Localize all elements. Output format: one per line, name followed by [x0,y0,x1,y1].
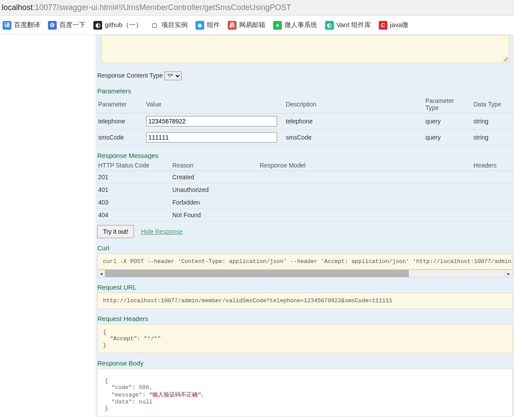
param-datatype: string [471,130,514,146]
th-headers: Headers [471,160,514,171]
response-messages-table: HTTP Status Code Reason Response Model H… [96,160,514,222]
request-url-title: Request URL [96,283,514,291]
bookmark-label: github（一） [105,21,142,29]
th-status-code: HTTP Status Code [96,160,170,171]
bookmark-item[interactable]: Cjava微 [379,21,409,30]
bookmarks-bar: 译百度翻译⚙百度一下◐github（一）▢项目实例◆组件易网易邮箱●微人事系统◐… [0,16,514,35]
table-row: 403Forbidden [96,196,514,209]
param-description: telephone [283,113,423,130]
param-type: query [423,113,471,130]
table-row: 404Not Found [96,209,514,222]
param-description: smsCode [283,130,423,146]
scrollbar-thumb[interactable] [105,270,409,277]
resize-grip-icon[interactable] [504,57,508,61]
response-body-title: Response Body [96,359,514,367]
response-content-type-select[interactable]: */* [164,72,182,80]
parameters-table: Parameter Value Description Parameter Ty… [96,96,514,146]
th-description: Description [283,96,423,113]
bookmark-label: 组件 [207,21,220,29]
bookmark-icon: ◐ [93,21,102,30]
response-content-type-row: Response Content Type */* [96,71,514,81]
bookmark-icon: ◆ [195,21,204,30]
bookmark-label: 网易邮箱 [239,21,265,29]
status-code: 403 [96,196,170,209]
param-datatype: string [471,113,514,130]
address-host: localhost [2,3,33,12]
status-reason: Unauthorized [170,184,257,196]
status-code: 201 [96,171,170,184]
bookmark-label: 项目实例 [161,21,188,29]
bookmark-item[interactable]: ▢项目实例 [150,21,188,30]
curl-horizontal-scrollbar[interactable]: ◄ ► [97,270,513,277]
curl-command-block: curl -X POST --header 'Content-Type: app… [97,253,513,270]
request-url-block: http://localhost:10077/admin/member/vali… [97,293,513,309]
status-reason: Created [170,171,257,184]
bookmark-label: 百度翻译 [14,21,40,29]
th-response-model: Response Model [257,160,471,171]
model-textarea[interactable] [101,35,509,63]
th-reason: Reason [170,160,257,171]
bookmark-label: java微 [390,21,409,29]
bookmark-item[interactable]: 译百度翻译 [3,21,40,30]
response-body-block: { "code": 500, "message": "输入验证码不正确", "d… [97,369,513,417]
bookmark-icon: 译 [3,21,11,30]
param-type: query [423,130,471,146]
th-param-type: Parameter Type [423,96,471,113]
th-data-type: Data Type [471,96,514,113]
param-value-input[interactable] [146,132,277,143]
address-path: :10077/swagger-ui.html#!/UmsMemberContro… [33,3,291,12]
parameters-title: Parameters [96,87,514,95]
action-row: Try it out! Hide Response [97,225,514,238]
bookmark-item[interactable]: ◐Vant 组件库 [325,21,371,30]
status-reason: Forbidden [170,196,257,209]
status-reason: Not Found [170,209,257,222]
request-headers-title: Request Headers [96,315,514,322]
bookmark-item[interactable]: ⚙百度一下 [48,21,86,30]
bookmark-icon: ◐ [325,21,334,30]
scroll-left-arrow-icon[interactable]: ◄ [97,270,105,277]
bookmark-icon: C [379,21,387,30]
bookmark-item[interactable]: 易网易邮箱 [228,21,265,30]
table-row: smsCodesmsCodequerystring [96,130,514,146]
bookmark-label: 微人事系统 [284,21,317,29]
bookmark-label: 百度一下 [59,21,86,29]
request-headers-block: { "Accept": "*/*" } [97,324,513,353]
param-name: telephone [96,113,144,130]
th-parameter: Parameter [96,96,144,113]
table-row: 401Unauthorized [96,184,514,196]
bookmark-item[interactable]: ◆组件 [195,21,220,30]
table-row: 201Created [96,171,514,184]
bookmark-item[interactable]: ◐github（一） [93,21,142,30]
bookmark-icon: ⚙ [48,21,57,30]
response-messages-title: Response Messages [96,152,514,159]
status-code: 401 [96,184,170,196]
status-code: 404 [96,209,170,222]
param-value-input[interactable] [146,116,277,126]
response-content-type-label: Response Content Type [97,72,163,79]
th-value: Value [144,96,283,113]
page-body: Response Content Type */* Parameters Par… [0,35,514,417]
bookmark-label: Vant 组件库 [336,21,371,29]
bookmark-icon: ● [273,21,282,30]
bookmark-icon: 易 [228,21,236,30]
scrollbar-track[interactable] [105,270,505,277]
swagger-panel: Response Content Type */* Parameters Par… [96,35,514,417]
hide-response-link[interactable]: Hide Response [141,228,183,235]
bookmark-item[interactable]: ●微人事系统 [273,21,317,30]
table-row: telephonetelephonequerystring [96,113,514,130]
scroll-right-arrow-icon[interactable]: ► [505,270,513,277]
param-name: smsCode [96,130,144,146]
curl-title: Curl [96,244,514,252]
browser-address-bar[interactable]: localhost:10077/swagger-ui.html#!/UmsMem… [0,0,514,16]
try-it-out-button[interactable]: Try it out! [97,225,134,238]
bookmark-icon: ▢ [150,21,159,30]
